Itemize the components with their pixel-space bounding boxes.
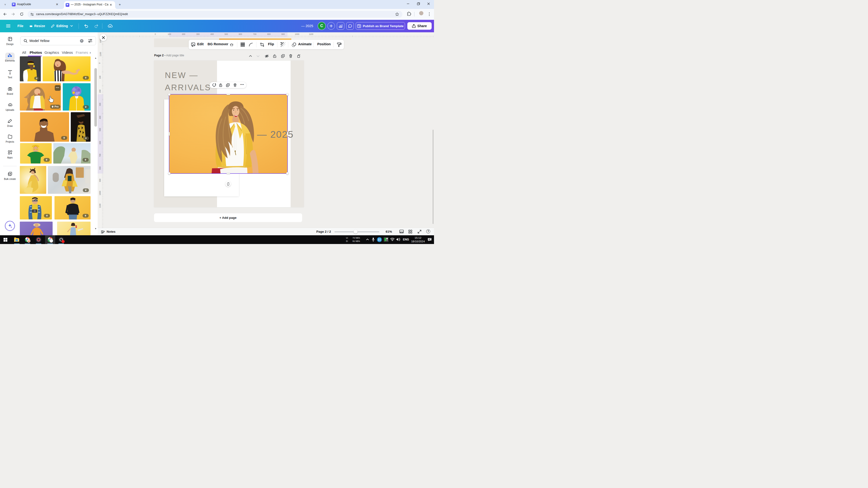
svg-text:co: co [9,89,10,90]
